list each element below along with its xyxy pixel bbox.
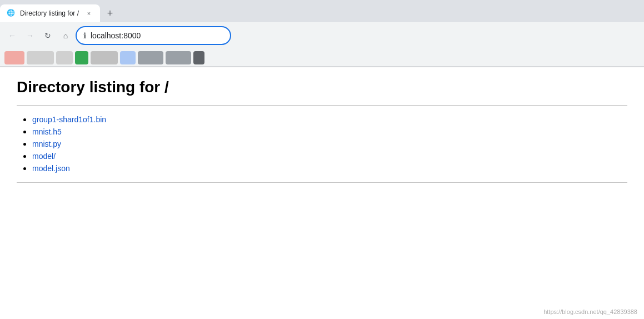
address-text: localhost:8000 [91, 31, 223, 40]
list-item: model/ [32, 151, 627, 161]
forward-button[interactable]: → [22, 28, 38, 43]
bookmark-item[interactable] [166, 51, 191, 64]
bookmarks-bar [0, 49, 644, 67]
top-divider [17, 105, 627, 106]
bookmark-item[interactable] [4, 51, 24, 64]
reload-button[interactable]: ↻ [40, 28, 56, 43]
list-item: model.json [32, 163, 627, 173]
list-item: mnist.h5 [32, 127, 627, 137]
bookmark-item[interactable] [56, 51, 72, 64]
new-tab-button[interactable]: + [102, 6, 118, 21]
file-link[interactable]: mnist.h5 [32, 127, 62, 136]
bookmark-item[interactable] [91, 51, 118, 64]
address-info-icon: ℹ [83, 31, 86, 40]
browser-chrome: 🌐 Directory listing for / × + ← → ↻ ⌂ ℹ … [0, 0, 644, 67]
file-link[interactable]: mnist.py [32, 139, 61, 148]
browser-tab[interactable]: 🌐 Directory listing for / × [0, 4, 100, 22]
address-bar[interactable]: ℹ localhost:8000 [76, 26, 231, 45]
home-button[interactable]: ⌂ [58, 28, 73, 43]
watermark: https://blog.csdn.net/qq_42839388 [543, 308, 637, 315]
file-list: group1-shard1of1.binmnist.h5mnist.pymode… [17, 114, 627, 173]
file-link[interactable]: model.json [32, 164, 70, 173]
list-item: mnist.py [32, 139, 627, 149]
file-link[interactable]: model/ [32, 152, 56, 161]
back-button[interactable]: ← [4, 28, 20, 43]
page-title: Directory listing for / [17, 78, 627, 96]
bottom-divider [17, 182, 627, 183]
bookmark-item[interactable] [27, 51, 54, 64]
list-item: group1-shard1of1.bin [32, 114, 627, 124]
bookmark-item[interactable] [120, 51, 136, 64]
tab-close-button[interactable]: × [84, 9, 93, 18]
bookmark-item[interactable] [75, 51, 88, 64]
bookmark-item[interactable] [193, 51, 204, 64]
page-content: Directory listing for / group1-shard1of1… [0, 67, 644, 319]
tab-favicon: 🌐 [7, 9, 16, 18]
file-link[interactable]: group1-shard1of1.bin [32, 115, 106, 124]
tab-title: Directory listing for / [20, 9, 80, 17]
address-bar-row: ← → ↻ ⌂ ℹ localhost:8000 [0, 22, 644, 49]
tab-bar: 🌐 Directory listing for / × + [0, 0, 644, 22]
bookmark-item[interactable] [138, 51, 163, 64]
